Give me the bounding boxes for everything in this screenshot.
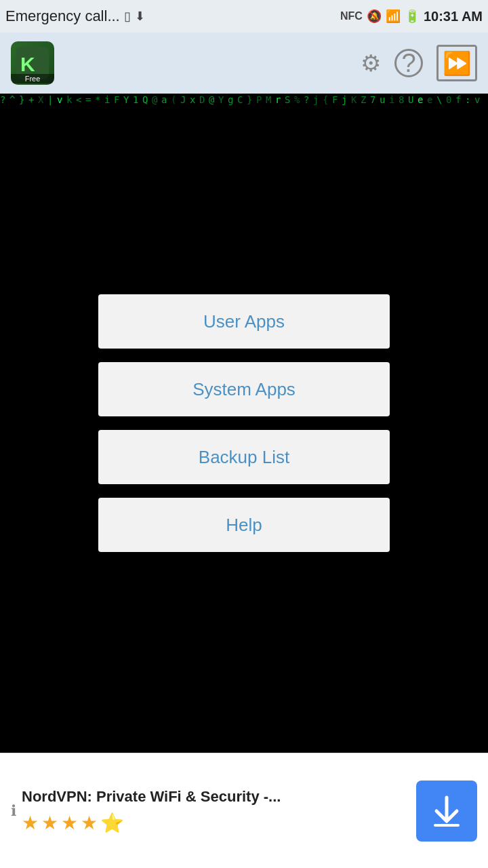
status-bar-title: Emergency call... [5, 7, 120, 25]
svg-text:K: K [20, 53, 35, 75]
app-logo: K Free [11, 41, 54, 85]
ad-banner: ℹ NordVPN: Private WiFi & Security -... … [0, 753, 488, 868]
status-bar: Emergency call... ▯ ⬇ NFC 🔕 📶 🔋 10:31 AM [0, 0, 488, 33]
mute-icon: 🔕 [367, 9, 382, 24]
star-3: ★ [61, 812, 78, 834]
status-bar-icons: NFC 🔕 📶 🔋 10:31 AM [340, 9, 483, 24]
wifi-icon: 📶 [386, 9, 401, 24]
settings-icon[interactable]: ⚙ [361, 50, 381, 77]
ad-title: NordVPN: Private WiFi & Security -... [22, 787, 408, 807]
download-icon [430, 794, 464, 828]
status-time: 10:31 AM [424, 9, 483, 24]
backup-list-button[interactable]: Backup List [98, 430, 390, 484]
star-half: ⭐ [100, 812, 124, 834]
system-apps-button[interactable]: System Apps [98, 362, 390, 416]
ad-download-button[interactable] [416, 781, 477, 842]
app-header: K Free ⚙ ? ⏩ [0, 33, 488, 94]
user-apps-button[interactable]: User Apps [98, 294, 390, 349]
ad-content: NordVPN: Private WiFi & Security -... ★ … [22, 787, 416, 835]
buttons-container: User Apps System Apps Backup List Help [98, 294, 390, 552]
help-button[interactable]: Help [98, 498, 390, 552]
ad-stars: ★ ★ ★ ★ ⭐ [22, 812, 408, 834]
main-content: User Apps System Apps Backup List Help [0, 94, 488, 753]
status-bar-left: Emergency call... ▯ ⬇ [5, 7, 145, 25]
nfc-icon: NFC [340, 10, 363, 22]
free-badge: Free [11, 74, 54, 83]
sim-icon: ▯ [124, 9, 131, 24]
star-1: ★ [22, 812, 39, 834]
help-icon[interactable]: ? [394, 49, 423, 77]
header-actions: ⚙ ? ⏩ [361, 45, 477, 81]
info-icon: ℹ [11, 802, 16, 820]
star-2: ★ [41, 812, 58, 834]
logout-icon[interactable]: ⏩ [436, 45, 477, 81]
battery-charging-icon: 🔋 [405, 9, 420, 24]
download-arrow-icon: ⬇ [135, 9, 145, 24]
star-4: ★ [81, 812, 98, 834]
